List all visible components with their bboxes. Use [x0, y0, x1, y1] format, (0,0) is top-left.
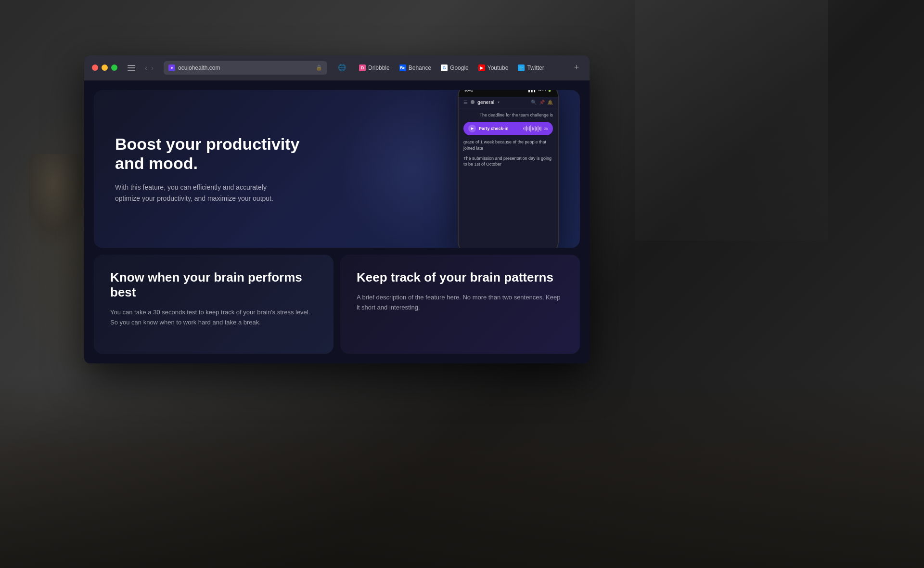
hamburger-icon: ☰	[463, 100, 468, 105]
voice-note-title: Party check-in	[479, 126, 520, 131]
wifi-icon: WiFi	[538, 90, 546, 92]
card-brain-performance: Know when your brain performs best You c…	[94, 255, 334, 354]
behance-label: Behance	[409, 65, 431, 71]
signal-icon: ▌▌▌	[528, 90, 537, 92]
waveform-bar	[538, 126, 539, 132]
phone-mockup: 9:41 ▌▌▌ WiFi 🔋 ☰ general ▾ 🔍	[458, 90, 559, 248]
twitter-favicon: 🐦	[518, 65, 525, 71]
phone-status-bar: 9:41 ▌▌▌ WiFi 🔋	[459, 90, 558, 97]
forward-arrow-icon[interactable]: ›	[150, 64, 155, 72]
close-button[interactable]	[92, 65, 98, 71]
waveform-bar	[523, 128, 524, 129]
hero-text-block: Boost your productivity and mood. With t…	[115, 134, 308, 204]
waveform-bar	[536, 127, 537, 130]
address-bar[interactable]: oculohealth.com 🔒	[164, 61, 327, 75]
lock-icon: 🔒	[316, 65, 322, 71]
behance-favicon: Be	[399, 65, 406, 71]
bottom-cards: Know when your brain performs best You c…	[94, 255, 580, 354]
svg-rect-2	[128, 70, 135, 71]
phone-time: 9:41	[464, 90, 473, 92]
bell-icon: 🔔	[547, 100, 553, 105]
card-brain-patterns-desc: A brief description of the feature here.…	[357, 293, 564, 313]
bookmark-twitter[interactable]: 🐦 Twitter	[514, 63, 548, 73]
traffic-lights	[92, 65, 117, 71]
browser-chrome: ‹ › oculohealth.com 🔒 🌐 D Dribbble Be	[84, 55, 590, 80]
bookmark-dribbble[interactable]: D Dribbble	[355, 63, 394, 73]
card-brain-patterns-title: Keep track of your brain patterns	[357, 270, 564, 285]
browser-content: Boost your productivity and mood. With t…	[84, 80, 590, 363]
card-brain-performance-desc: You can take a 30 seconds test to keep t…	[110, 308, 317, 328]
maximize-button[interactable]	[111, 65, 117, 71]
phone-status-icons: ▌▌▌ WiFi 🔋	[528, 90, 552, 92]
pin-icon: 📌	[539, 100, 545, 105]
twitter-label: Twitter	[527, 65, 544, 71]
phone-topbar: ☰ general ▾ 🔍 📌 🔔	[459, 97, 558, 108]
voice-note-bar: ▶ Party check-in 2k	[463, 122, 553, 135]
hero-description: With this feature, you can efficiently a…	[115, 182, 283, 204]
url-text: oculohealth.com	[178, 65, 313, 71]
waveform-bar	[533, 128, 534, 130]
google-label: Google	[450, 65, 469, 71]
waveform-bar	[539, 127, 540, 130]
waveform-bar	[526, 126, 527, 131]
message-3: The submission and presentation day is g…	[463, 155, 553, 168]
channel-name: general	[477, 100, 495, 105]
new-tab-button[interactable]: +	[571, 63, 582, 73]
youtube-label: Youtube	[488, 65, 509, 71]
waveform-visualization	[523, 125, 541, 132]
site-favicon	[168, 65, 175, 71]
search-icon: 🔍	[531, 100, 537, 105]
waveform-bar	[532, 127, 533, 130]
waveform-bar	[529, 126, 530, 131]
dribbble-favicon: D	[359, 65, 366, 71]
back-arrow-icon[interactable]: ‹	[143, 64, 149, 72]
minimize-button[interactable]	[102, 65, 108, 71]
svg-point-4	[171, 67, 173, 69]
sidebar-toggle-button[interactable]	[126, 63, 137, 73]
channel-status-dot	[471, 100, 475, 104]
card-brain-performance-title: Know when your brain performs best	[110, 270, 317, 300]
hero-title: Boost your productivity and mood.	[115, 134, 308, 174]
svg-rect-0	[128, 65, 135, 66]
waveform-bar	[525, 127, 526, 130]
phone-screen: ☰ general ▾ 🔍 📌 🔔 The deadline for the t…	[459, 97, 558, 248]
bookmark-behance[interactable]: Be Behance	[396, 63, 435, 73]
waveform-bar	[530, 125, 531, 132]
waveform-bar	[527, 127, 528, 130]
hero-card: Boost your productivity and mood. With t…	[94, 90, 580, 248]
card-brain-patterns: Keep track of your brain patterns A brie…	[340, 255, 580, 354]
youtube-favicon: ▶	[478, 65, 485, 71]
chevron-down-icon: ▾	[498, 100, 500, 104]
svg-rect-1	[128, 67, 135, 68]
desk-surface	[0, 375, 924, 568]
bookmark-youtube[interactable]: ▶ Youtube	[475, 63, 513, 73]
playback-speed: 2k	[544, 127, 548, 131]
message-1: The deadline for the team challenge is	[463, 112, 553, 118]
bookmark-google[interactable]: G Google	[437, 63, 473, 73]
google-favicon: G	[441, 65, 448, 71]
waveform-bar	[535, 126, 536, 131]
battery-icon: 🔋	[547, 90, 552, 92]
waveform-bar	[540, 127, 541, 131]
phone-topbar-icons: 🔍 📌 🔔	[531, 100, 553, 105]
message-2: grace of 1 week because of the people th…	[463, 139, 553, 151]
play-button-icon[interactable]: ▶	[468, 125, 476, 132]
dribbble-label: Dribbble	[368, 65, 390, 71]
bookmarks-bar: D Dribbble Be Behance G Google ▶ Youtube…	[351, 63, 566, 73]
browser-window: ‹ › oculohealth.com 🔒 🌐 D Dribbble Be	[84, 55, 590, 363]
phone-messages: The deadline for the team challenge is ▶…	[459, 108, 558, 248]
coffee-cup	[29, 154, 91, 250]
nav-arrows: ‹ ›	[143, 64, 155, 72]
privacy-icon[interactable]: 🌐	[338, 64, 346, 72]
